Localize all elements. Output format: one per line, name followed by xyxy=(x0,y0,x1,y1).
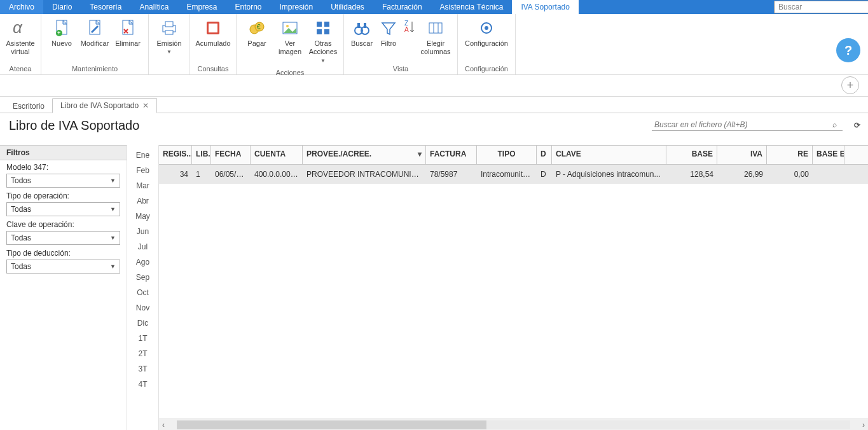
month-ene[interactable]: Ene xyxy=(127,148,158,163)
columns-icon xyxy=(425,18,446,38)
search-icon[interactable]: ⌕ xyxy=(829,120,840,129)
select-value: Todas xyxy=(11,233,31,242)
month-jul[interactable]: Jul xyxy=(127,239,158,254)
elegir-columnas-button[interactable]: Elegir columnas xyxy=(418,15,453,64)
nuevo-button[interactable]: + Nuevo xyxy=(45,15,78,64)
month-3t[interactable]: 3T xyxy=(127,361,158,377)
month-ago[interactable]: Ago xyxy=(127,254,158,270)
month-mar[interactable]: Mar xyxy=(127,178,158,193)
col-clave[interactable]: CLAVE xyxy=(552,146,666,164)
help-button[interactable]: ? xyxy=(836,38,860,62)
modelo347-select[interactable]: Todos▼ xyxy=(6,174,120,188)
label: Otras xyxy=(315,39,332,48)
col-tipo[interactable]: TIPO xyxy=(477,146,537,164)
svg-rect-8 xyxy=(165,31,173,34)
select-value: Todas xyxy=(11,262,31,271)
orden-button[interactable]: ZA xyxy=(401,15,418,55)
month-may[interactable]: May xyxy=(127,209,158,224)
label2: virtual xyxy=(11,48,29,56)
month-1t[interactable]: 1T xyxy=(127,331,158,346)
month-abr[interactable]: Abr xyxy=(127,193,158,209)
cell-cuenta: 400.0.0.00006 xyxy=(251,170,303,179)
filters-panel: Filtros Modelo 347: Todos▼ Tipo de opera… xyxy=(0,145,127,430)
month-column: EneFebMarAbrMayJunJulAgoSepOctNovDic1T2T… xyxy=(127,145,159,430)
menu-analitica[interactable]: Analítica xyxy=(130,0,177,14)
file-search[interactable]: ⌕ xyxy=(652,119,843,131)
col-fecha[interactable]: FECHA xyxy=(211,146,251,164)
horizontal-scrollbar[interactable]: ‹ › xyxy=(159,419,868,430)
label: Ver xyxy=(285,39,296,48)
menu-archivo[interactable]: Archivo xyxy=(0,0,43,14)
table-row[interactable]: 34106/05/20...400.0.0.00006PROVEEDOR INT… xyxy=(159,165,868,184)
svg-rect-18 xyxy=(317,29,322,34)
file-search-input[interactable] xyxy=(654,120,826,129)
grid-icon xyxy=(313,18,333,38)
col-factura[interactable]: FACTURA xyxy=(426,146,477,164)
col-prov[interactable]: PROVEE./ACREE. ▾ xyxy=(303,146,426,164)
filtro-button[interactable]: Filtro xyxy=(376,15,401,64)
ribbon-group-vista: Buscar Filtro ZA Elegir columnas Vista xyxy=(344,14,458,74)
svg-rect-22 xyxy=(357,23,360,28)
col-re[interactable]: RE xyxy=(767,146,813,164)
col-cuenta[interactable]: CUENTA xyxy=(251,146,303,164)
global-search[interactable]: Buscar xyxy=(774,1,868,13)
scroll-right-icon[interactable]: › xyxy=(859,420,868,429)
menu-tesoreria[interactable]: Tesorería xyxy=(81,0,130,14)
month-nov[interactable]: Nov xyxy=(127,300,158,316)
pagar-button[interactable]: € Pagar xyxy=(240,15,273,67)
col-d[interactable]: D xyxy=(537,146,552,164)
month-4t[interactable]: 4T xyxy=(127,377,158,392)
month-dic[interactable]: Dic xyxy=(127,316,158,331)
col-iva[interactable]: IVA xyxy=(717,146,767,164)
document-edit-icon xyxy=(85,18,105,38)
asistente-virtual-button[interactable]: α Asistente virtual xyxy=(4,15,37,64)
month-2t[interactable]: 2T xyxy=(127,346,158,361)
month-oct[interactable]: Oct xyxy=(127,285,158,300)
add-tab-button[interactable]: + xyxy=(841,76,859,94)
col-lib[interactable]: LIB. xyxy=(192,146,211,164)
month-jun[interactable]: Jun xyxy=(127,224,158,239)
buscar-button[interactable]: Buscar xyxy=(348,15,376,64)
menu-empresa[interactable]: Empresa xyxy=(177,0,226,14)
group-label: Mantenimiento xyxy=(45,64,144,74)
ver-imagen-button[interactable]: Ver imagen xyxy=(273,15,307,67)
menu-entorno[interactable]: Entorno xyxy=(226,0,270,14)
acumulado-button[interactable]: Acumulado xyxy=(194,15,232,64)
menu-utilidades[interactable]: Utilidades xyxy=(322,0,373,14)
month-feb[interactable]: Feb xyxy=(127,163,158,178)
tipo-deduccion-select[interactable]: Todas▼ xyxy=(6,260,120,274)
scroll-track[interactable] xyxy=(177,420,850,429)
otras-acciones-button[interactable]: Otras Acciones ▼ xyxy=(307,15,340,67)
ribbon-group-config: Configuración Configuración xyxy=(458,14,516,74)
configuracion-button[interactable]: Configuración xyxy=(462,15,511,64)
tab-libro-iva[interactable]: Libro de IVA Soportado✕ xyxy=(52,98,157,113)
filter-label: Modelo 347: xyxy=(6,163,120,172)
close-icon[interactable]: ✕ xyxy=(142,101,149,110)
label: Acumulado xyxy=(195,39,230,48)
filters-header: Filtros xyxy=(0,145,127,160)
modificar-button[interactable]: Modificar xyxy=(78,15,111,64)
col-regis[interactable]: REGIS... xyxy=(159,146,192,164)
emision-button[interactable]: Emisión ▼ xyxy=(153,15,186,64)
clave-operacion-select[interactable]: Todas▼ xyxy=(6,231,120,245)
scroll-thumb[interactable] xyxy=(177,420,486,429)
label2: imagen xyxy=(279,48,301,56)
menu-facturacion[interactable]: Facturación xyxy=(373,0,431,14)
grid: REGIS...LIB.FECHACUENTAPROVEE./ACREE. ▾F… xyxy=(159,145,868,430)
col-base[interactable]: BASE xyxy=(666,146,717,164)
menu-diario[interactable]: Diario xyxy=(43,0,81,14)
menu-impresion[interactable]: Impresión xyxy=(270,0,322,14)
menu-iva-soportado[interactable]: IVA Soportado xyxy=(512,0,579,14)
refresh-button[interactable]: ⟳ xyxy=(851,121,863,130)
col-basee[interactable]: BASE E xyxy=(813,146,844,164)
eliminar-button[interactable]: Eliminar xyxy=(111,15,144,64)
month-sep[interactable]: Sep xyxy=(127,270,158,285)
svg-rect-19 xyxy=(324,29,329,34)
menu-asistencia[interactable]: Asistencia Técnica xyxy=(431,0,513,14)
scroll-left-icon[interactable]: ‹ xyxy=(159,420,168,429)
label: Elegir xyxy=(427,39,444,48)
tab-escritorio[interactable]: Escritorio xyxy=(5,99,52,113)
label: Emisión xyxy=(156,39,181,48)
tipo-operacion-select[interactable]: Todas▼ xyxy=(6,202,120,216)
title-row: Libro de IVA Soportado ⌕ ⟳ xyxy=(0,113,868,137)
